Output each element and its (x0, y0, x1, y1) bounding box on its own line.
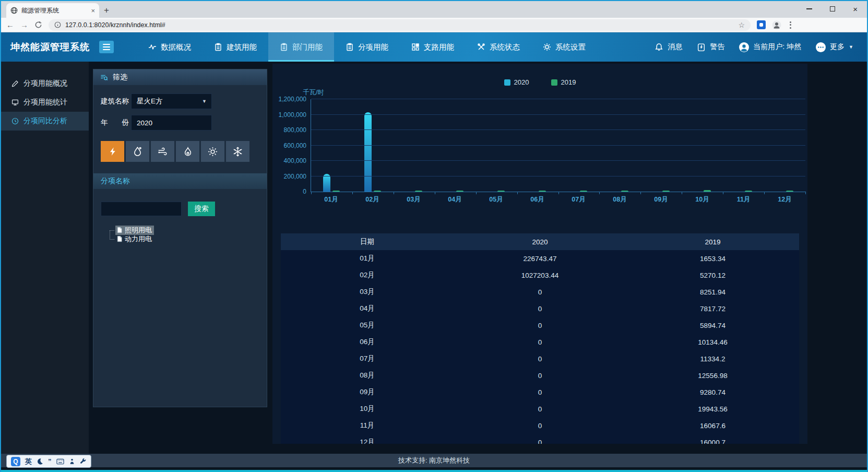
window-close-icon[interactable]: × (853, 5, 858, 13)
sidebar-item-label: 分项同比分析 (23, 116, 67, 126)
window-maximize-icon[interactable] (830, 6, 835, 11)
browser-menu-icon[interactable] (788, 21, 793, 29)
x-axis-label: 04月 (434, 195, 475, 204)
alerts-button[interactable]: 警告 (697, 42, 724, 52)
refresh-icon[interactable] (34, 21, 42, 29)
bar-2019[interactable] (332, 191, 340, 192)
ime-keyboard-icon[interactable] (56, 458, 64, 465)
x-axis-label: 08月 (599, 195, 640, 204)
tree-item-lighting[interactable]: 照明用电 (109, 226, 259, 234)
ime-wrench-icon[interactable] (80, 458, 87, 465)
table-row: 06月010134.46 (281, 334, 799, 350)
chart-month-group[interactable] (352, 99, 394, 192)
bar-2019[interactable] (539, 191, 546, 192)
cold-button[interactable] (226, 141, 249, 162)
bookmark-star-icon[interactable]: ☆ (738, 21, 745, 29)
bar-2019[interactable] (662, 191, 670, 192)
ime-logo-icon[interactable]: Q (11, 457, 20, 466)
nav-item-data-overview[interactable]: 数据概况 (137, 32, 203, 62)
chart-month-group[interactable] (435, 99, 476, 192)
filter-panel-header: 筛选 (93, 69, 267, 85)
y-axis-tick-label: 1,000,000 (279, 111, 306, 119)
chart-month-group[interactable] (311, 99, 352, 192)
table-cell: 11月 (281, 421, 454, 430)
legend-label: 2020 (514, 78, 529, 86)
bar-2019[interactable] (456, 191, 463, 192)
messages-button[interactable]: 消息 (655, 42, 682, 52)
bar-2019[interactable] (786, 191, 793, 192)
browser-avatar-icon[interactable] (772, 20, 781, 30)
current-user-button[interactable]: 当前用户: 坤然 (739, 42, 801, 52)
tree-item-power[interactable]: 动力用电 (109, 234, 259, 243)
sidebar-item-subentry-yoy-analysis[interactable]: 分项同比分析 (1, 112, 89, 131)
chart-month-group[interactable] (640, 99, 682, 192)
sidebar-item-subentry-overview[interactable]: 分项用能概况 (1, 74, 89, 93)
new-tab-button[interactable]: + (99, 3, 114, 18)
chart-month-group[interactable] (682, 99, 723, 192)
search-input[interactable] (101, 202, 182, 216)
legend-item-2020[interactable]: 2020 (504, 78, 529, 86)
window-minimize-icon[interactable] (806, 8, 812, 9)
back-icon[interactable]: ← (6, 21, 14, 29)
electricity-button[interactable] (101, 141, 124, 162)
more-button[interactable]: 更多 ▼ (816, 42, 853, 52)
bar-2019[interactable] (415, 191, 422, 192)
ime-language-toggle[interactable]: 英 (25, 457, 32, 466)
url-text[interactable]: 127.0.0.1:8020/krznnh/index.html# (65, 21, 734, 29)
ime-fullhalf-moon-icon[interactable] (37, 458, 43, 465)
nav-item-system-settings[interactable]: 系统设置 (531, 32, 597, 62)
ime-punctuation-toggle[interactable]: ” (48, 457, 52, 465)
chart-month-group[interactable] (394, 99, 435, 192)
bar-2019[interactable] (374, 191, 381, 192)
address-bar[interactable]: 127.0.0.1:8020/krznnh/index.html# ☆ (49, 19, 751, 31)
table-cell: 10月 (281, 404, 454, 414)
nav-item-branch-energy[interactable]: 支路用能 (400, 32, 466, 62)
ime-person-icon[interactable] (69, 458, 75, 465)
nav-label: 数据概况 (161, 42, 191, 52)
bar-2019[interactable] (704, 190, 711, 192)
bar-2020[interactable] (323, 174, 330, 192)
extension-icon[interactable] (757, 20, 766, 29)
hamburger-menu-button[interactable] (99, 41, 114, 53)
bar-2019[interactable] (497, 191, 505, 192)
nav-item-subentry-energy[interactable]: 分项用能 (334, 32, 400, 62)
year-input[interactable]: 2020 (131, 115, 212, 131)
bar-2019[interactable] (580, 191, 587, 192)
tools-icon (477, 43, 485, 51)
bar-2020[interactable] (364, 112, 372, 192)
water-button[interactable] (126, 141, 149, 162)
search-button[interactable]: 搜索 (188, 202, 215, 216)
chart-month-group[interactable] (723, 99, 764, 192)
info-icon[interactable] (54, 21, 61, 28)
tab-close-icon[interactable]: × (91, 7, 95, 15)
table-cell: 0 (454, 288, 626, 296)
table-cell: 0 (454, 305, 626, 313)
light-button[interactable] (201, 141, 224, 162)
x-axis-tick (558, 192, 559, 194)
chart-month-group[interactable] (476, 99, 517, 192)
subentry-tree: 照明用电 动力用电 (101, 226, 259, 243)
sidebar-item-subentry-statistics[interactable]: 分项用能统计 (1, 93, 89, 112)
bar-2019[interactable] (745, 191, 752, 192)
chart-month-group[interactable] (558, 99, 600, 192)
nav-item-department-energy[interactable]: 部门用能 (268, 32, 334, 62)
x-axis-tick (435, 192, 435, 194)
gas-button[interactable] (176, 141, 199, 162)
nav-item-system-status[interactable]: 系统状态 (466, 32, 531, 62)
content: 分项用能概况 分项用能统计 分项同比分析 筛选 建筑名称 星火E方 ▼ (1, 62, 867, 454)
chart-month-group[interactable] (764, 99, 805, 192)
browser-tab[interactable]: 能源管理系统 × (6, 3, 99, 18)
air-button[interactable] (151, 141, 174, 162)
building-name-select[interactable]: 星火E方 ▼ (131, 93, 212, 109)
browser-tab-strip: 能源管理系统 × + × (1, 1, 867, 18)
window-controls: × (799, 1, 865, 17)
nav-item-building-energy[interactable]: 建筑用能 (203, 32, 268, 62)
workspace: 筛选 建筑名称 星火E方 ▼ 年 份 2020 (89, 62, 867, 454)
nav-label: 系统设置 (555, 42, 586, 52)
bar-2019[interactable] (621, 191, 628, 192)
table-cell: 5894.74 (626, 322, 799, 329)
legend-item-2019[interactable]: 2019 (551, 78, 576, 86)
chart-month-group[interactable] (517, 99, 558, 192)
forward-icon[interactable]: → (20, 21, 28, 29)
chart-month-group[interactable] (599, 99, 640, 192)
